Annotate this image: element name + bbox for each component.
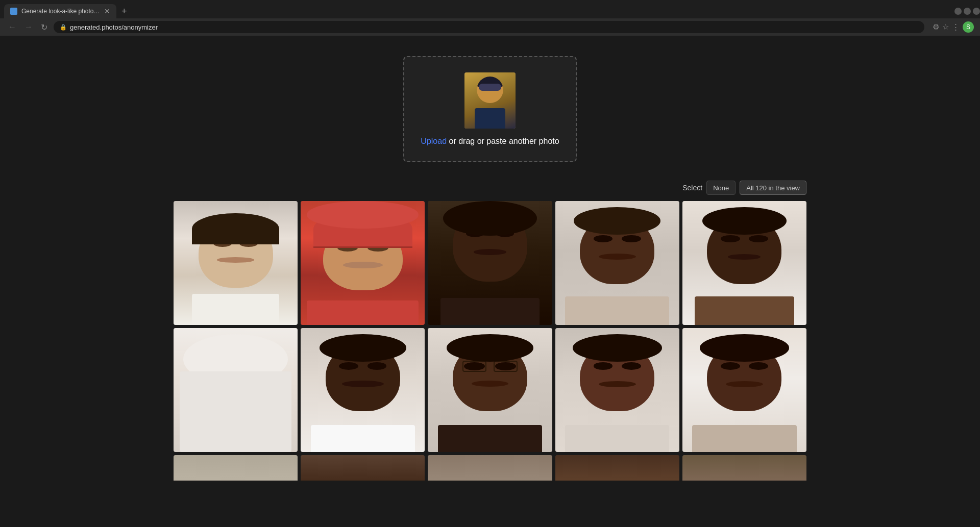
photo-cell-11[interactable] — [174, 455, 298, 481]
photo-cell-2[interactable] — [301, 201, 425, 325]
photo-grid-row-2 — [174, 328, 806, 452]
tab-bar: Generate look-a-like photos to p ✕ + — □… — [0, 0, 980, 18]
upload-instruction: or drag or paste another photo — [447, 137, 559, 145]
back-button[interactable]: ← — [6, 21, 18, 33]
photo-cell-6[interactable] — [174, 328, 298, 452]
photo-cell-5[interactable] — [682, 201, 806, 325]
minimize-button[interactable]: — — [954, 8, 962, 15]
photo-cell-1[interactable] — [174, 201, 298, 325]
forward-button[interactable]: → — [22, 21, 35, 33]
tab-label: Generate look-a-like photos to p — [21, 8, 100, 15]
profile-button[interactable]: S — [963, 21, 974, 33]
more-button[interactable]: ⋮ — [952, 22, 960, 32]
photo-cell-14[interactable] — [555, 455, 679, 481]
upload-preview — [464, 72, 516, 129]
page-content: Upload or drag or paste another photo Se… — [174, 46, 806, 491]
address-bar[interactable]: 🔒 generated.photos/anonymizer — [54, 21, 924, 33]
photo-cell-3[interactable] — [428, 201, 552, 325]
none-button[interactable]: None — [706, 181, 736, 195]
photo-cell-12[interactable] — [301, 455, 425, 481]
active-tab[interactable]: Generate look-a-like photos to p ✕ — [4, 4, 116, 18]
security-icon: 🔒 — [60, 24, 67, 31]
tab-favicon — [10, 8, 17, 15]
photo-cell-7[interactable] — [301, 328, 425, 452]
photo-grid-row-3 — [174, 455, 806, 481]
photo-cell-9[interactable] — [555, 328, 679, 452]
maximize-button[interactable]: □ — [964, 8, 971, 15]
upload-text: Upload or drag or paste another photo — [421, 137, 559, 146]
extensions-button[interactable]: ⚙ — [933, 22, 939, 32]
browser-actions: ⚙ ☆ ⋮ S — [933, 21, 974, 33]
tab-close-button[interactable]: ✕ — [104, 7, 110, 15]
upload-zone[interactable]: Upload or drag or paste another photo — [403, 56, 577, 162]
url-text: generated.photos/anonymizer — [70, 23, 158, 31]
photo-cell-8[interactable] — [428, 328, 552, 452]
all-in-view-button[interactable]: All 120 in the view — [740, 181, 806, 195]
close-button[interactable]: ✕ — [973, 8, 980, 15]
photo-cell-10[interactable] — [682, 328, 806, 452]
address-bar-row: ← → ↻ 🔒 generated.photos/anonymizer ⚙ ☆ … — [0, 18, 980, 36]
photo-grid-row-1 — [174, 201, 806, 325]
controls-row: Select None All 120 in the view — [174, 172, 806, 201]
select-label: Select — [682, 184, 702, 192]
reload-button[interactable]: ↻ — [39, 21, 50, 33]
bookmark-button[interactable]: ☆ — [942, 22, 949, 32]
browser-chrome: Generate look-a-like photos to p ✕ + — □… — [0, 0, 980, 36]
photo-cell-4[interactable] — [555, 201, 679, 325]
photo-cell-13[interactable] — [428, 455, 552, 481]
upload-link[interactable]: Upload — [421, 137, 447, 145]
new-tab-button[interactable]: + — [118, 6, 130, 17]
window-controls: — □ ✕ — [954, 8, 980, 15]
photo-cell-15[interactable] — [682, 455, 806, 481]
